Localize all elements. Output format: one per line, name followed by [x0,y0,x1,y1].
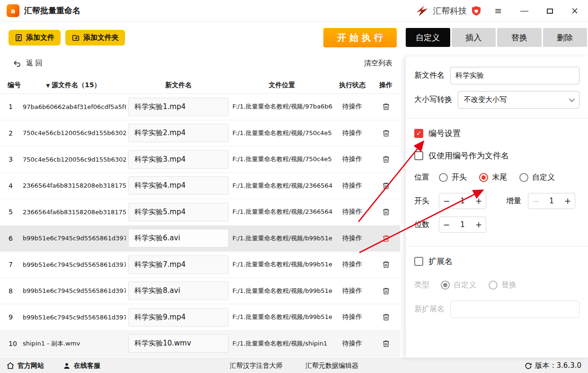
online-service-link[interactable]: 在线客服 [63,362,100,370]
row-number: 7 [0,261,21,268]
delete-row-button[interactable] [381,155,391,164]
refresh-icon[interactable] [525,362,532,370]
numbering-settings-row: ✓ 编号设置 [414,128,579,139]
numbering-checkbox[interactable]: ✓ [414,129,423,138]
trash-icon [382,102,390,111]
version-text: 版本：3.6.3.0 [535,361,581,370]
new-filename-input[interactable]: 科学实验4.mp4 [128,176,229,195]
table-row[interactable]: 3 750c4e56cb120056c9d155b6302 科学实验3.mp4 … [0,146,400,173]
increment-label: 增量 [506,196,521,206]
delete-row-button[interactable] [381,312,391,322]
minimize-button[interactable]: — [520,6,529,15]
divider [406,118,588,118]
table-row[interactable]: 7 b99b51e6c7945c9d5565861d397 科学实验7.mp4 … [0,252,400,278]
radio-end-icon [479,173,488,182]
table-row[interactable]: 5 2366564fa6b83158208eb318175 科学实验5.mp4 … [0,199,400,226]
increment-minus-button[interactable]: − [528,196,543,206]
rename-mode-tabs: 自定义 插入 替换 删除 [406,28,587,47]
tab-custom[interactable]: 自定义 [406,28,450,47]
new-filename-input[interactable]: 科学实验6.avi [128,229,229,247]
digits-plus-button[interactable]: + [472,220,486,229]
source-filename: b99b51e6c7945c9d5565861d397 [21,261,126,268]
increment-plus-button[interactable]: + [561,196,575,206]
new-filename-input[interactable]: 科学实验5.mp4 [128,203,229,221]
digits-label: 位数 [414,220,434,230]
shield-heart-icon [471,5,482,17]
start-execute-button[interactable]: 开始执行 [323,28,397,47]
official-site-link[interactable]: 官方网站 [7,362,44,370]
new-filename-input[interactable]: 科学实验7.mp4 [128,255,229,274]
new-filename-input[interactable]: 科学实验3.mp4 [128,150,229,169]
table-row[interactable]: 1 97ba6b60662ab4f31ef06cdf5a5f8 科学实验1.mp… [0,94,400,120]
table-row[interactable]: 2 750c4e56cb120056c9d155b6302 科学实验2.mp4 … [0,120,400,147]
trash-icon [382,260,390,269]
new-filename-input[interactable]: 科学实验8.avi [128,282,229,300]
table-row[interactable]: 8 b99b51e6c7945c9d5565861d397 科学实验8.avi … [0,278,400,305]
maximize-button[interactable] [547,6,553,15]
link-pinyin-master[interactable]: 汇帮汉字注音大师 [230,362,283,370]
add-file-button[interactable]: 添加文件 [9,30,61,45]
position-option-custom[interactable]: 自定义 [519,173,555,182]
tab-delete[interactable]: 删除 [543,28,588,47]
status-text: 待操作 [333,260,372,269]
statusbar-links: 汇帮汉字注音大师 汇帮元数据编辑器 [230,362,358,370]
delete-row-button[interactable] [381,339,391,348]
position-option-end[interactable]: 末尾 [479,173,507,182]
delete-row-button[interactable] [381,181,391,191]
delete-row-button[interactable] [381,234,391,243]
file-table-body: 1 97ba6b60662ab4f31ef06cdf5a5f8 科学实验1.mp… [0,94,400,358]
trash-icon [382,182,390,190]
add-folder-button[interactable]: 添加文件夹 [65,30,125,45]
tab-insert[interactable]: 插入 [452,28,496,47]
source-filename: 97ba6b60662ab4f31ef06cdf5a5f8 [21,103,126,110]
delete-row-button[interactable] [381,128,391,138]
file-icon [15,34,23,42]
delete-row-button[interactable] [381,207,391,217]
tab-replace[interactable]: 替换 [497,28,542,47]
link-metadata-editor[interactable]: 汇帮元数据编辑器 [305,362,358,370]
menu-icon[interactable]: ≡ [494,6,502,15]
col-source[interactable]: ▼源文件名（15） [21,81,126,90]
digits-stepper: − 1 + [439,217,486,233]
file-location: F:/1.批量重命名教程/视频/b99b51e [231,260,333,269]
radio-custom-icon [519,173,528,182]
table-row[interactable]: 10 shipin1 - 副本.wmv 科学实验10.wmv F:/1.批量重命… [0,331,400,357]
status-text: 待操作 [333,234,372,243]
only-number-checkbox[interactable] [414,151,423,160]
new-filename-input[interactable]: 科学实验2.mp4 [128,124,229,142]
start-minus-button[interactable]: − [439,196,454,206]
delete-row-button[interactable] [381,260,391,269]
delete-row-button[interactable] [381,286,391,296]
custom-settings-panel: 新文件名 大小写转换 不改变大小写 ✓ 编号设置 仅使用编号作为文件名 位置 开… [406,56,588,358]
row-number: 9 [0,313,21,321]
close-button[interactable]: × [571,6,579,15]
back-button[interactable]: 返 回 [13,59,43,68]
brand-area: 汇帮科技 [415,5,482,17]
new-name-input[interactable] [450,67,579,84]
extension-checkbox[interactable] [414,257,423,266]
table-row[interactable]: 9 b99b51e6c7945c9d5565861d397 科学实验9.mp4 … [0,304,400,331]
app-title: 汇帮批量重命名 [24,5,80,16]
col-new-name: 新文件名 [126,81,231,90]
ext-type-option-custom[interactable]: 自定义 [441,280,476,290]
start-number-stepper: − 1 + [439,193,486,209]
position-option-start[interactable]: 开头 [439,173,467,182]
new-filename-input[interactable]: 科学实验1.mp4 [128,98,229,116]
delete-row-button[interactable] [381,102,391,111]
table-row[interactable]: 6 b99b51e6c7945c9d5565861d397 科学实验6.avi … [0,226,400,252]
divider [406,246,588,246]
new-filename-input[interactable]: 科学实验9.mp4 [128,308,229,327]
digits-value: 1 [454,220,472,229]
digits-minus-button[interactable]: − [439,220,454,229]
app-logo-icon: a [7,4,19,17]
toolbar: 添加文件 添加文件夹 开始执行 自定义 插入 替换 删除 [0,22,588,55]
start-plus-button[interactable]: + [472,196,486,206]
new-filename-input[interactable]: 科学实验10.wmv [128,334,229,353]
add-folder-label: 添加文件夹 [83,33,119,42]
clear-list-button[interactable]: 清空列表 [364,59,392,68]
case-convert-select[interactable]: 不改变大小写 [458,91,579,109]
new-ext-input[interactable] [450,300,579,318]
table-row[interactable]: 4 2366564fa6b83158208eb318175 科学实验4.mp4 … [0,173,400,200]
ext-type-option-replace[interactable]: 替换 [489,280,517,290]
radio-ext-custom-icon [441,281,450,290]
